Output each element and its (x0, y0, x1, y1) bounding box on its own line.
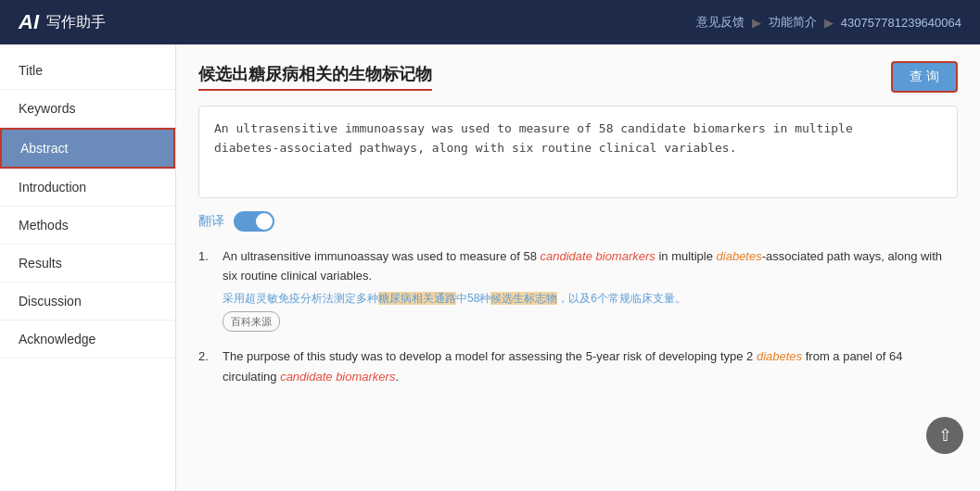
sidebar-item-introduction[interactable]: Introduction (0, 169, 175, 207)
result-num-1: 1. (198, 246, 215, 332)
r1-t1: An ultrasensitive immunoassay was used t… (223, 249, 541, 263)
abstract-content: An ultrasensitive immunoassay was used t… (214, 121, 853, 155)
sidebar-item-keywords[interactable]: Keywords (0, 90, 175, 128)
r1-diabetes: diabetes (717, 249, 762, 263)
logo-icon: AI (19, 10, 39, 34)
translate-toggle[interactable] (234, 211, 274, 232)
content-header: 候选出糖尿病相关的生物标记物 查 询 (198, 61, 958, 93)
nav-sep2: ▶ (824, 16, 834, 30)
logo: AI 写作助手 (19, 10, 106, 34)
r1-cn-h1: 糖尿病相关通路 (378, 292, 456, 305)
logo-text: 写作助手 (46, 13, 106, 32)
scroll-up-button[interactable]: ⇧ (926, 417, 963, 454)
r2-diabetes: diabetes (757, 349, 802, 363)
feedback-link[interactable]: 意见反馈 (696, 14, 745, 31)
r1-chinese: 采用超灵敏免疫分析法测定多种糖尿病相关通路中58种候选生标志物，以及6个常规临床… (223, 290, 958, 308)
page-title: 候选出糖尿病相关的生物标记物 (198, 63, 432, 91)
main-layout: Title Keywords Abstract Introduction Met… (0, 44, 980, 491)
abstract-text-box[interactable]: An ultrasensitive immunoassay was used t… (198, 106, 958, 198)
result-text-1: An ultrasensitive immunoassay was used t… (223, 246, 958, 332)
r2-candidate: candidate biomarkers (280, 370, 395, 384)
sidebar-item-results[interactable]: Results (0, 245, 175, 283)
sidebar-item-abstract[interactable]: Abstract (0, 128, 175, 169)
r2-t3: . (395, 370, 399, 384)
content-area: 候选出糖尿病相关的生物标记物 查 询 An ultrasensitive imm… (176, 44, 980, 491)
r1-candidate: candidate biomarkers (541, 249, 655, 263)
results-list: 1. An ultrasensitive immunoassay was use… (198, 246, 958, 386)
result-num-2: 2. (198, 346, 215, 386)
r1-t2: in multiple (655, 249, 717, 263)
toggle-knob (256, 213, 273, 230)
translate-row: 翻译 (198, 211, 958, 232)
r1-source-badge[interactable]: 百科来源 (223, 311, 280, 332)
result-item-1: 1. An ultrasensitive immunoassay was use… (198, 246, 958, 332)
result-text-2: The purpose of this study was to develop… (223, 346, 958, 386)
sidebar-item-discussion[interactable]: Discussion (0, 283, 175, 321)
r1-cn-h2: 候选生标志物 (490, 292, 557, 305)
sidebar-item-title[interactable]: Title (0, 52, 175, 90)
nav-sep1: ▶ (752, 16, 761, 30)
translate-label: 翻译 (198, 213, 224, 230)
sidebar-item-methods[interactable]: Methods (0, 207, 175, 245)
header-nav: 意见反馈 ▶ 功能简介 ▶ 43075778123964006​4 (696, 14, 961, 31)
query-button[interactable]: 查 询 (891, 61, 958, 93)
sidebar-item-acknowledge[interactable]: Acknowledge (0, 321, 175, 359)
features-link[interactable]: 功能简介 (769, 14, 817, 31)
sidebar: Title Keywords Abstract Introduction Met… (0, 44, 176, 491)
r2-t1: The purpose of this study was to develop… (223, 349, 757, 363)
user-id: 43075778123964006​4 (841, 16, 961, 30)
header: AI 写作助手 意见反馈 ▶ 功能简介 ▶ 43075778123964006​… (0, 0, 980, 44)
result-item-2: 2. The purpose of this study was to deve… (198, 346, 958, 386)
